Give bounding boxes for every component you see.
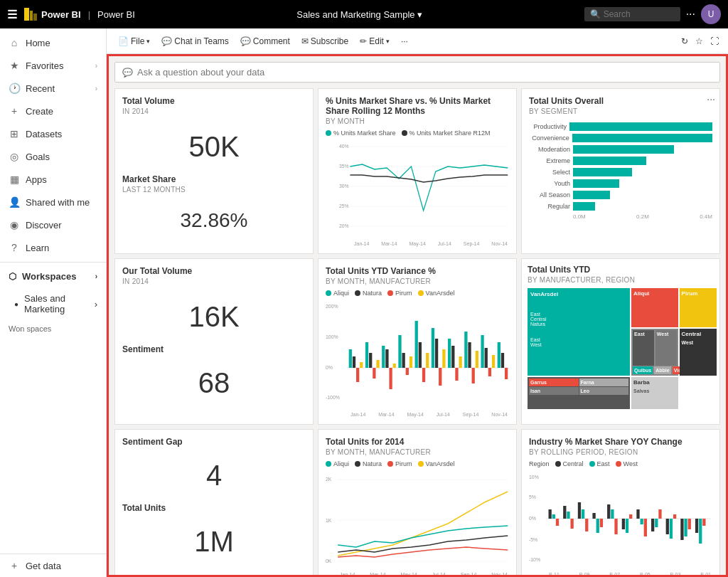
- legend-label-east: East: [597, 460, 610, 467]
- edit-button[interactable]: ✏ Edit ▾: [355, 34, 394, 48]
- legend-dot-east: [589, 461, 595, 467]
- svg-rect-70: [552, 514, 555, 519]
- treemap-bottom-mid: Garrus Farna Isan Leo: [528, 377, 630, 409]
- legend-pirum: Pirum: [387, 290, 412, 297]
- fullscreen-icon: ⛶: [710, 36, 719, 46]
- sentiment-value: 68: [122, 356, 306, 411]
- more-button[interactable]: ···: [397, 34, 412, 48]
- svg-text:20%: 20%: [339, 222, 349, 229]
- total-volume-card: Total Volume IN 2014 50K Market Share LA…: [114, 88, 314, 254]
- svg-rect-52: [488, 368, 491, 376]
- svg-text:0%: 0%: [326, 364, 333, 371]
- discover-icon: ◉: [9, 219, 20, 231]
- legend-label-pirum: Pirum: [395, 290, 412, 297]
- report-section-name: Power BI: [97, 9, 135, 20]
- svg-rect-27: [385, 349, 388, 368]
- our-total-volume-value: 16K: [122, 290, 306, 344]
- workspaces-label: Workspaces: [22, 271, 76, 282]
- svg-text:35%: 35%: [339, 162, 349, 169]
- treemap-pirum: Pirum: [680, 288, 717, 327]
- sidebar-item-discover[interactable]: ◉ Discover: [0, 213, 106, 236]
- sidebar-item-learn[interactable]: ? Learn: [0, 236, 106, 259]
- file-button[interactable]: 📄 File ▾: [114, 34, 154, 48]
- hbar-label-youth: Youth: [529, 180, 570, 187]
- toolbar-right: ↻ ☆ ⛶: [679, 34, 721, 48]
- refresh-button[interactable]: ↻: [679, 34, 690, 48]
- favorite-icon: ☆: [695, 36, 703, 46]
- svg-rect-74: [570, 519, 573, 529]
- ytd-variance-svg: 200% 100% 0% -100%: [326, 300, 509, 410]
- file-label: File: [131, 36, 144, 46]
- sidebar-item-shared[interactable]: 👤 Shared with me: [0, 191, 106, 213]
- market-share-value: 32.86%: [122, 198, 306, 243]
- svg-rect-69: [549, 509, 552, 519]
- search-box[interactable]: 🔍: [584, 7, 680, 21]
- ytd-variance-title: Total Units YTD Variance %: [326, 266, 509, 276]
- powerbi-icon: [24, 8, 37, 21]
- treemap: VanArsdel East Central Natura East West …: [528, 288, 714, 409]
- sidebar-item-goals[interactable]: ◎ Goals: [0, 145, 106, 168]
- comment-button[interactable]: 💬 Comment: [236, 34, 294, 48]
- search-input[interactable]: [604, 9, 675, 19]
- sidebar-item-datasets[interactable]: ⊞ Datasets: [0, 122, 106, 145]
- svg-rect-85: [626, 519, 628, 533]
- sidebar-item-home[interactable]: ⌂ Home: [0, 31, 106, 54]
- legend-natura: Natura: [355, 290, 382, 297]
- svg-rect-47: [468, 342, 471, 368]
- dashboard-row-3: Sentiment Gap 4 Total Units 1M Total Uni…: [114, 429, 720, 577]
- svg-rect-84: [622, 519, 625, 529]
- svg-rect-80: [600, 519, 603, 527]
- qa-bar[interactable]: 💬: [114, 62, 720, 83]
- chat-label: Chat in Teams: [174, 36, 228, 46]
- svg-text:-100%: -100%: [326, 393, 340, 401]
- fullscreen-button[interactable]: ⛶: [708, 34, 721, 48]
- refresh-icon: ↻: [681, 36, 688, 46]
- svg-rect-53: [492, 355, 495, 368]
- avatar[interactable]: U: [701, 4, 721, 24]
- sidebar-item-apps[interactable]: ▦ Apps: [0, 168, 106, 191]
- sidebar-item-workspaces[interactable]: ⬡ Workspaces ›: [0, 265, 106, 287]
- line-chart-svg: 40% 35% 30% 25% 20%: [326, 139, 509, 239]
- qa-input[interactable]: [137, 67, 712, 78]
- total-units-overall-more[interactable]: ···: [707, 93, 715, 105]
- svg-rect-23: [369, 353, 372, 368]
- sidebar-item-recent-label: Recent: [26, 83, 55, 94]
- legend-dot-aliqui: [326, 290, 331, 296]
- svg-rect-78: [592, 513, 595, 519]
- legend-aliqui-2014: Aliqui: [326, 460, 349, 467]
- sidebar-item-sales-marketing[interactable]: ● Sales and Marketing ›: [0, 287, 106, 320]
- svg-rect-45: [459, 356, 461, 368]
- ytd-legend: Aliqui Natura Pirum VanArsdel: [326, 290, 509, 297]
- svg-rect-25: [376, 360, 379, 368]
- sidebar-item-recent[interactable]: 🕐 Recent ›: [0, 77, 106, 100]
- hamburger-icon[interactable]: ☰: [7, 8, 17, 21]
- svg-text:40%: 40%: [339, 142, 349, 149]
- legend-vanarsdel: VanArsdel: [418, 290, 455, 297]
- sidebar-bottom: + Get data: [0, 554, 106, 577]
- teams-icon: 💬: [161, 36, 172, 46]
- sales-marketing-label: Sales and Marketing: [24, 293, 89, 314]
- hbar-bar-convenience: [572, 134, 712, 142]
- subscribe-button[interactable]: ✉ Subscribe: [297, 34, 353, 48]
- report-title: Sales and Marketing Sample ▾: [142, 9, 577, 20]
- sidebar-item-create[interactable]: + Create: [0, 100, 106, 122]
- sidebar-item-favorites[interactable]: ★ Favorites ›: [0, 54, 106, 77]
- ellipsis-icon[interactable]: ···: [686, 8, 695, 21]
- svg-rect-77: [585, 519, 588, 531]
- svg-rect-94: [670, 519, 673, 539]
- chat-teams-button[interactable]: 💬 Chat in Teams: [157, 34, 232, 48]
- sidebar-item-get-data[interactable]: + Get data: [0, 554, 106, 577]
- ytd-variance-subtitle: BY MONTH, MANUFACTURER: [326, 277, 509, 285]
- hbar-bar-allseason: [573, 191, 610, 199]
- goals-icon: ◎: [9, 151, 20, 162]
- svg-rect-35: [419, 342, 422, 368]
- svg-rect-93: [666, 519, 669, 534]
- industry-market-share-subtitle: BY ROLLING PERIOD, REGION: [529, 448, 712, 456]
- workspaces-icon: ⬡: [9, 271, 16, 282]
- won-spaces-label: Won spaces: [0, 320, 106, 337]
- favorite-button[interactable]: ☆: [693, 34, 705, 48]
- legend-label-natura-2014: Natura: [363, 460, 382, 467]
- hbar-bar-extreme: [573, 157, 646, 165]
- chevron-right-icon: ›: [95, 272, 97, 280]
- legend-east: East: [589, 460, 610, 467]
